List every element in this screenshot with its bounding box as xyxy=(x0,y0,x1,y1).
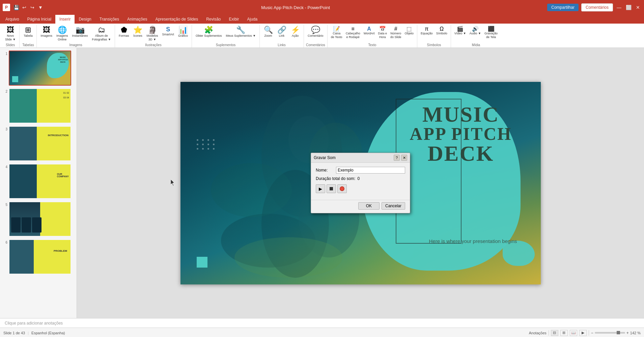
main-area: 1 MUSICAPP PITCHDECK 2 01 0203 04 3 xyxy=(0,48,644,318)
dialog-close-button[interactable]: ✕ xyxy=(401,155,407,161)
slideshow-button[interactable]: ▶ xyxy=(579,330,587,336)
smartart-button[interactable]: S SmartArt xyxy=(161,26,176,37)
grafico-icon: 📊 xyxy=(178,26,188,34)
instantaneo-button[interactable]: 📷 Instantâneo xyxy=(70,26,89,38)
slide-thumb-1[interactable]: 1 MUSICAPP PITCHDECK xyxy=(1,50,75,86)
normal-view-button[interactable]: ⊟ xyxy=(551,330,558,336)
comments-button[interactable]: Comentários xyxy=(581,3,613,11)
zoom-out-button[interactable]: − xyxy=(591,331,593,335)
zoom-slider[interactable] xyxy=(595,332,625,334)
slide-canvas[interactable]: MUSIC APP PITCH DECK Here is where your … xyxy=(180,82,541,284)
tab-revisao[interactable]: Revisão xyxy=(202,15,225,24)
gravar-som-dialog[interactable]: Gravar Som ? ✕ Nome: xyxy=(311,153,410,213)
icones-button[interactable]: ⭐ Ícones xyxy=(131,26,144,38)
dialog-help-button[interactable]: ? xyxy=(394,155,400,161)
meus-suplementos-button[interactable]: 🔧 Meus Suplementos ▼ xyxy=(224,26,257,38)
tab-inserir[interactable]: Inserir xyxy=(55,15,75,24)
cabecalho-rodape-button[interactable]: ≡ Cabeçalhoe Rodapé xyxy=(344,26,362,40)
equacao-button[interactable]: π Equação xyxy=(419,26,434,36)
dialog-title-buttons: ? ✕ xyxy=(394,155,407,161)
zoom-control: − + 142 % xyxy=(591,331,641,335)
tab-arquivo[interactable]: Arquivo xyxy=(1,15,23,24)
group-label-tabelas: Tabelas xyxy=(22,42,34,48)
play-button[interactable]: ▶ xyxy=(316,184,325,193)
status-divider2 xyxy=(549,330,549,336)
slide-img-4[interactable]: OURCOMPANY xyxy=(9,164,71,199)
canvas-area: MUSIC APP PITCH DECK Here is where your … xyxy=(77,48,644,318)
slide-img-6[interactable]: PROBLEM xyxy=(9,239,71,274)
tab-pagina-inicial[interactable]: Página Inicial xyxy=(23,15,55,24)
novo-slide-icon: 🖼 xyxy=(7,26,14,34)
dialog-ok-button[interactable]: OK xyxy=(358,202,380,210)
objeto-button[interactable]: ⬚ Objeto xyxy=(403,26,415,36)
thumb3-title: INTRODUCTION xyxy=(48,133,69,137)
video-button[interactable]: 🎬 Vídeo ▼ xyxy=(453,26,468,36)
slide-thumb-4[interactable]: 4 OURCOMPANY xyxy=(1,163,75,200)
slide-img-5[interactable] xyxy=(9,202,71,237)
tab-apresentacao[interactable]: Apresentação de Slides xyxy=(151,15,202,24)
imagens-button[interactable]: 🖼 Imagens xyxy=(39,26,54,38)
audio-icon: 🔊 xyxy=(472,26,479,32)
notes-status-label[interactable]: Anotações xyxy=(529,331,547,335)
grafico-button[interactable]: 📊 Gráfico xyxy=(176,26,190,38)
slide-thumb-2[interactable]: 2 01 0203 04 xyxy=(1,88,75,124)
maximize-button[interactable]: ⬜ xyxy=(625,4,632,11)
minimize-button[interactable]: — xyxy=(616,4,622,11)
comentario-button[interactable]: 💬 Comentário xyxy=(306,26,325,38)
slide-sorter-button[interactable]: ⊞ xyxy=(560,330,568,336)
redo-button[interactable]: ↪ xyxy=(29,4,36,11)
slide-img-2[interactable]: 01 0203 04 xyxy=(9,88,71,123)
audio-button[interactable]: 🔊 Áudio ▼ xyxy=(468,26,482,36)
dialog-cancel-button[interactable]: Cancelar xyxy=(382,202,405,210)
data-hora-button[interactable]: 📅 Data eHora xyxy=(377,26,389,40)
novo-slide-button[interactable]: 🖼 NovoSlide ▼ xyxy=(3,26,17,42)
acao-button[interactable]: ⚡ Ação xyxy=(289,26,302,38)
slide-img-1[interactable]: MUSICAPP PITCHDECK xyxy=(9,51,71,86)
album-fotografias-button[interactable]: 🗂 Álbum deFotografias ▼ xyxy=(90,26,113,42)
formas-button[interactable]: ⬟ Formas xyxy=(117,26,131,38)
caixa-texto-button[interactable]: 📝 Caixade Texto xyxy=(330,26,344,40)
undo-button[interactable]: ↩ xyxy=(21,4,28,11)
thumb1-rect xyxy=(12,76,18,82)
group-label-simbolos: Símbolos xyxy=(419,42,449,48)
zoom-button[interactable]: 🔍 Zoom xyxy=(262,26,275,38)
stop-button[interactable] xyxy=(327,184,336,193)
link-button[interactable]: 🔗 Link xyxy=(275,26,288,38)
caixa-texto-icon: 📝 xyxy=(333,26,340,32)
tab-transicoes[interactable]: Transições xyxy=(95,15,123,24)
notes-area[interactable]: Clique para adicionar anotações xyxy=(0,318,644,328)
slide-panel[interactable]: 1 MUSICAPP PITCHDECK 2 01 0203 04 3 xyxy=(0,48,77,318)
tab-design[interactable]: Design xyxy=(75,15,95,24)
group-label-slides: Slides xyxy=(3,42,17,48)
record-button[interactable] xyxy=(337,184,347,193)
customize-qab-button[interactable]: ▼ xyxy=(37,4,44,11)
slide-thumb-5[interactable]: 5 xyxy=(1,201,75,237)
reading-view-button[interactable]: 📖 xyxy=(570,330,577,336)
close-button[interactable]: ✕ xyxy=(635,4,641,11)
slide-img-3[interactable]: INTRODUCTION xyxy=(9,126,71,161)
slide-thumb-6[interactable]: 6 PROBLEM xyxy=(1,239,75,275)
obter-suplementos-button[interactable]: 🧩 Obter Suplementos xyxy=(194,26,224,38)
simbolo-button[interactable]: Ω Símbolo xyxy=(435,26,449,36)
wordart-button[interactable]: A WordArt xyxy=(362,26,376,36)
zoom-in-button[interactable]: + xyxy=(626,331,629,335)
numero-slide-button[interactable]: # Númerodo Slide xyxy=(389,26,403,40)
dialog-duration-label: Duração total do som: xyxy=(316,176,355,181)
dialog-name-input[interactable] xyxy=(336,167,405,174)
group-label-midia: Mídia xyxy=(453,42,499,48)
save-button[interactable]: 💾 xyxy=(13,4,20,11)
tab-animacoes[interactable]: Animações xyxy=(123,15,151,24)
slide-thumb-3[interactable]: 3 INTRODUCTION xyxy=(1,125,75,162)
data-hora-icon: 📅 xyxy=(379,26,386,32)
thumb6-img xyxy=(9,240,34,274)
tab-ajuda[interactable]: Ajuda xyxy=(243,15,262,24)
gravacao-tela-button[interactable]: ⬛ Gravaçãode Tela xyxy=(483,26,499,40)
tab-exibir[interactable]: Exibir xyxy=(225,15,243,24)
imagens-online-button[interactable]: 🌐 ImagensOnline xyxy=(55,26,70,42)
group-label-comentarios: Comentários xyxy=(306,42,325,48)
thumb3-img xyxy=(9,127,37,160)
share-button[interactable]: Compartilhar xyxy=(547,4,579,11)
modelos-3d-button[interactable]: 🗿 Modelos3D ▼ xyxy=(145,26,160,42)
imagens-icon: 🖼 xyxy=(43,26,50,34)
tabela-button[interactable]: ⊞ Tabela xyxy=(22,26,34,38)
